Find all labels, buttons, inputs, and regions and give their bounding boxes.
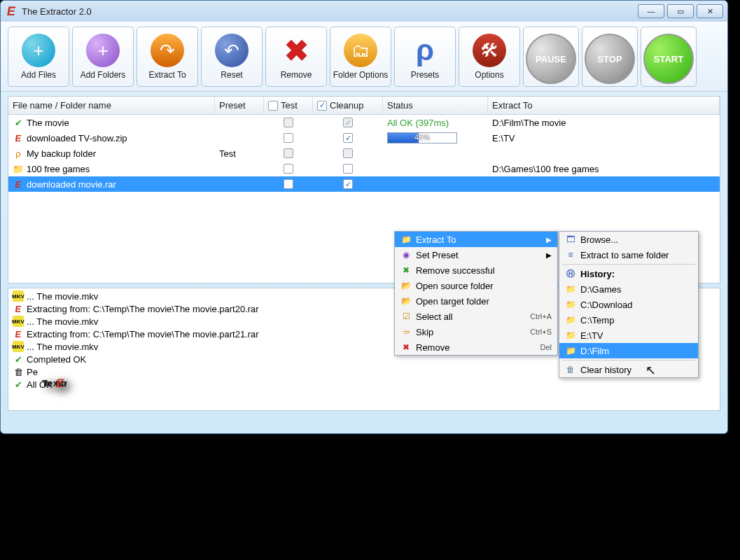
history-item[interactable]: 📁C:\Download [559, 297, 698, 312]
maximize-button[interactable]: ▭ [667, 4, 694, 18]
row-name: downloaded movie.rar [27, 179, 116, 190]
ctx-select-all[interactable]: ☑Select allCtrl+A [395, 309, 557, 324]
row-extract-to: D:\Film\The movie [492, 118, 566, 128]
remove-icon: ✖ [279, 34, 313, 67]
folder-options-button[interactable]: 🗂Folder Options [330, 27, 391, 87]
row-extract-to: D:\Games\100 free games [492, 164, 599, 174]
ctx-skip[interactable]: ⤼SkipCtrl+S [395, 324, 557, 340]
extract-submenu: 🗔Browse... ≡Extract to same folder ⒽHist… [559, 231, 699, 378]
folder-icon: 📁 [565, 299, 576, 310]
checkbox[interactable] [343, 164, 353, 174]
folder-options-icon: 🗂 [344, 34, 377, 67]
checkbox[interactable] [284, 133, 293, 143]
col-name[interactable]: File name / Folder name [8, 97, 215, 114]
titlebar[interactable]: E The Extractor 2.0 — ▭ ✕ [1, 1, 727, 22]
toolbar: +Add Files +Add Folders ↷Extract To ↶Res… [1, 22, 727, 92]
log-icon: MKV [13, 316, 24, 327]
add-folders-icon: + [86, 34, 120, 67]
sub-browse[interactable]: 🗔Browse... [559, 232, 698, 247]
table-row[interactable]: Edownloaded movie.rar ✓ [8, 176, 720, 192]
reset-icon: ↶ [215, 34, 249, 67]
app-icon: E [4, 5, 18, 18]
checkbox[interactable] [284, 164, 293, 174]
close-button[interactable]: ✕ [697, 4, 723, 18]
checkbox[interactable]: ✓ [343, 133, 353, 143]
menu-separator [562, 360, 695, 360]
col-test[interactable]: Test [264, 97, 313, 114]
menu-separator [562, 264, 695, 265]
header-cleanup-checkbox[interactable]: ✓ [317, 101, 327, 111]
log-icon: MKV [13, 341, 24, 352]
history-path: D:\Film [580, 346, 609, 356]
add-files-button[interactable]: +Add Files [8, 27, 69, 87]
ctx-remove[interactable]: ✖RemoveDel [395, 340, 557, 355]
history-path: E:\TV [580, 330, 603, 341]
stop-button[interactable]: STOP [582, 27, 638, 87]
history-item[interactable]: 📁D:\Games [559, 281, 698, 297]
history-icon: Ⓗ [565, 268, 576, 279]
options-button[interactable]: 🛠Options [459, 27, 520, 87]
history-path: C:\Download [580, 300, 632, 310]
add-folders-button[interactable]: +Add Folders [72, 27, 134, 87]
select-all-icon: ☑ [400, 311, 412, 322]
folder-icon: 📁 [400, 234, 412, 245]
history-item[interactable]: 📁C:\Temp [559, 312, 698, 328]
log-icon: ✔ [13, 379, 24, 390]
remove-icon: ✖ [400, 342, 412, 353]
ctx-open-source[interactable]: 📂Open source folder [395, 278, 557, 293]
context-menu: 📁Extract To▶ ◉Set Preset▶ ✖Remove succes… [394, 231, 558, 356]
row-icon: 📁 [13, 163, 24, 174]
trash-icon: 🗑 [565, 364, 576, 375]
same-folder-icon: ≡ [565, 249, 576, 260]
col-extract-to[interactable]: Extract To [488, 97, 720, 114]
row-name: 100 free games [27, 164, 90, 174]
header-test-checkbox[interactable] [268, 101, 278, 111]
ctx-open-target[interactable]: 📂Open target folder [395, 293, 557, 309]
submenu-arrow-icon: ▶ [546, 251, 552, 259]
row-icon: E [12, 178, 25, 190]
reset-button[interactable]: ↶Reset [201, 27, 263, 87]
history-item[interactable]: 📁D:\Film [559, 343, 698, 358]
ctx-set-preset[interactable]: ◉Set Preset▶ [395, 247, 557, 262]
pause-icon: PAUSE [526, 34, 576, 84]
log-text: ... The movie.mkv [27, 316, 98, 327]
folder-icon: 📁 [565, 345, 576, 356]
ctx-remove-successful[interactable]: ✖Remove successful [395, 262, 557, 278]
checkbox[interactable]: ✓ [343, 179, 353, 189]
table-row[interactable]: ✔The movie ✓ All OK (397ms) D:\Film\The … [8, 115, 720, 130]
presets-icon: ρ [408, 34, 442, 67]
minimize-button[interactable]: — [638, 4, 664, 18]
row-preset: Test [219, 148, 236, 159]
table-row[interactable]: ρMy backup folder Test [8, 146, 720, 161]
log-icon: ✔ [13, 354, 24, 365]
remove-button[interactable]: ✖Remove [265, 27, 327, 87]
log-icon: E [12, 328, 25, 340]
col-preset[interactable]: Preset [215, 97, 264, 114]
col-status[interactable]: Status [383, 97, 488, 114]
row-extract-to: E:\TV [492, 133, 515, 144]
presets-button[interactable]: ρPresets [394, 27, 456, 87]
extract-to-icon: ↷ [151, 34, 184, 67]
skip-icon: ⤼ [400, 326, 412, 337]
extract-to-button[interactable]: ↷Extract To [137, 27, 198, 87]
history-item[interactable]: 📁E:\TV [559, 328, 698, 343]
status-text: All OK (397ms) [387, 118, 449, 128]
checkbox[interactable] [284, 179, 293, 189]
checkbox-disabled [284, 118, 293, 127]
history-path: D:\Games [580, 284, 622, 295]
folder-icon: 📁 [565, 314, 576, 326]
pause-button[interactable]: PAUSE [523, 27, 579, 87]
remove-ok-icon: ✖ [400, 265, 412, 276]
row-icon: E [12, 132, 25, 144]
start-button[interactable]: START [641, 27, 697, 87]
app-logo: The E xtractor [42, 378, 64, 388]
options-icon: 🛠 [473, 34, 506, 67]
sub-clear-history[interactable]: 🗑Clear history [559, 362, 698, 377]
sub-same-folder[interactable]: ≡Extract to same folder [559, 247, 698, 262]
table-row[interactable]: Edownloaded TV-show.zip ✓ 45% E:\TV [8, 130, 720, 146]
col-cleanup[interactable]: ✓Cleanup [313, 97, 383, 114]
preset-icon: ◉ [400, 249, 412, 260]
ctx-extract-to[interactable]: 📁Extract To▶ [395, 232, 557, 247]
open-folder-icon: 📂 [400, 280, 412, 291]
table-row[interactable]: 📁100 free games D:\Games\100 free games [8, 161, 720, 176]
